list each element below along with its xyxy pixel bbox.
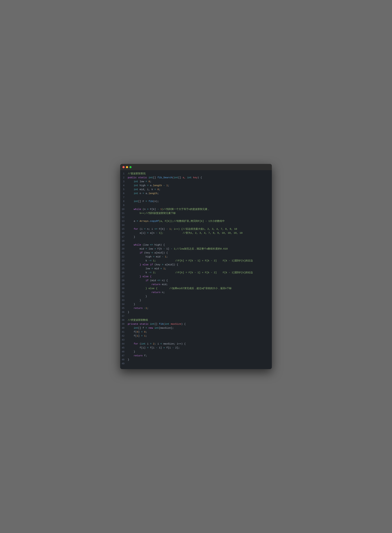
code-line: 47 return f;	[120, 354, 272, 358]
line-number: 17	[120, 235, 128, 239]
code-line: 41 f[0] = 0;	[120, 330, 272, 334]
code-line: 39private static int[] fib(int maxSize) …	[120, 322, 272, 326]
line-number: 8	[120, 199, 128, 203]
code-content: }	[128, 295, 147, 298]
code-line: 4 int high = a.length - 1;	[120, 184, 272, 188]
code-line: 20 mid = low + F[k - 1] - 1;//low加完之后，满足…	[120, 247, 272, 251]
line-number: 2	[120, 176, 128, 180]
code-content: }	[128, 350, 135, 354]
code-content: low = mid + 1;	[128, 267, 166, 271]
code-content: while (low <= high) {	[128, 243, 165, 247]
code-line: 29 return mid;	[120, 283, 272, 287]
line-number: 28	[120, 279, 128, 283]
code-line: 34 }	[120, 302, 272, 307]
line-number: 20	[120, 247, 128, 251]
code-content: high = mid - 1;	[128, 255, 168, 259]
line-number: 11	[120, 211, 128, 215]
code-content	[128, 314, 129, 318]
line-number: 29	[120, 283, 128, 287]
code-content	[128, 203, 129, 208]
line-number: 37	[120, 314, 128, 318]
titlebar	[120, 164, 272, 170]
code-content: for (i = n; i <= F[k] - 1; i++) {//后边填充最…	[128, 227, 237, 231]
code-content: if (key < a[mid]) {	[128, 251, 168, 255]
line-number: 41	[120, 330, 128, 334]
line-number: 45	[120, 346, 128, 350]
code-content: return mid;	[128, 283, 168, 287]
code-line: 12	[120, 215, 272, 219]
close-button[interactable]	[122, 166, 125, 168]
code-content: int[] F = fib(n);	[128, 199, 159, 203]
code-content: mid = low + F[k - 1] - 1;//low加完之后，满足整个a…	[128, 247, 228, 251]
line-number: 19	[120, 243, 128, 247]
code-line: 30 } else { //如果mid计算完成后，超过a扩容前的大小，返回n下标	[120, 287, 272, 291]
code-line: 3 int low = 0;	[120, 180, 272, 184]
code-content: for (int i = 2; i < maxSize; i++) {	[128, 342, 186, 346]
code-line: 8 int[] F = fib(n);	[120, 199, 272, 203]
line-number: 26	[120, 271, 128, 275]
code-content: a[i] = a[n - 1]; //变为1, 2, 3, 4, 7, 8, 9…	[128, 231, 243, 235]
code-line: 37	[120, 314, 272, 318]
code-content: int mid, i, k = 0;	[128, 188, 160, 192]
code-line: 9	[120, 203, 272, 208]
code-content: }	[128, 235, 135, 239]
line-number: 43	[120, 338, 128, 342]
code-line: 1//斐波那契查找	[120, 172, 272, 176]
editor-window: 1//斐波那契查找2public static int[] fib_Search…	[120, 164, 272, 369]
line-number: 44	[120, 342, 128, 346]
code-line: 22 high = mid - 1;	[120, 255, 272, 259]
line-number: 32	[120, 295, 128, 298]
code-content: } else {	[128, 275, 151, 279]
code-content: int low = 0;	[128, 180, 151, 184]
line-number: 18	[120, 239, 128, 243]
code-content: return n;	[128, 291, 165, 295]
code-content: return f;	[128, 354, 147, 358]
code-line: 36}	[120, 310, 272, 314]
line-number: 34	[120, 302, 128, 307]
code-content: while (n > F[k] - 1)//找到第一个大于等于n的斐波那契元素，	[128, 208, 210, 211]
code-line: 10 while (n > F[k] - 1)//找到第一个大于等于n的斐波那契…	[120, 208, 272, 211]
line-number: 25	[120, 267, 128, 271]
code-content: } else if (key > a[mid]) {	[128, 263, 178, 267]
code-content: }	[128, 358, 129, 362]
code-content: k -= 2; //F[k] = F[k - 1] + F[k - 2] F[k…	[128, 271, 253, 275]
line-number: 24	[120, 263, 128, 267]
code-line: 14	[120, 223, 272, 227]
code-content: return -1;	[128, 307, 149, 310]
code-content: //斐波那契查找	[128, 172, 145, 176]
code-line: 27 } else {	[120, 275, 272, 279]
code-content	[128, 196, 129, 199]
code-content: }	[128, 298, 141, 302]
code-line: 6 int n = a.length;	[120, 192, 272, 196]
code-content	[128, 362, 129, 366]
code-content: k++;//找到该斐波那契元素下标	[128, 211, 176, 215]
code-content: //求斐波那契数组	[128, 318, 148, 322]
line-number: 21	[120, 251, 128, 255]
code-line: 43	[120, 338, 272, 342]
code-content: }	[128, 302, 135, 307]
line-number: 27	[120, 275, 128, 279]
maximize-button[interactable]	[129, 166, 131, 168]
line-number: 39	[120, 322, 128, 326]
code-line: 49	[120, 362, 272, 366]
line-number: 14	[120, 223, 128, 227]
code-line: 44 for (int i = 2; i < maxSize; i++) {	[120, 342, 272, 346]
code-line: 26 k -= 2; //F[k] = F[k - 1] + F[k - 2] …	[120, 271, 272, 275]
code-content: f[0] = 0;	[128, 330, 147, 334]
line-number: 35	[120, 307, 128, 310]
code-content: int high = a.length - 1;	[128, 184, 169, 188]
code-line: 25 low = mid + 1;	[120, 267, 272, 271]
line-number: 48	[120, 358, 128, 362]
line-number: 42	[120, 334, 128, 338]
code-content: f[1] = 1;	[128, 334, 147, 338]
code-editor[interactable]: 1//斐波那契查找2public static int[] fib_Search…	[120, 170, 272, 369]
code-line: 28 if (mid <= n) {	[120, 279, 272, 283]
code-line: 24 } else if (key > a[mid]) {	[120, 263, 272, 267]
code-line: 21 if (key < a[mid]) {	[120, 251, 272, 255]
minimize-button[interactable]	[126, 166, 128, 168]
line-number: 40	[120, 326, 128, 330]
code-line: 16 a[i] = a[n - 1]; //变为1, 2, 3, 4, 7, 8…	[120, 231, 272, 235]
code-line: 19 while (low <= high) {	[120, 243, 272, 247]
code-content: k -= 1; //F[k] = F[k - 1] + F[k - 2] F[k…	[128, 259, 253, 263]
line-number: 46	[120, 350, 128, 354]
